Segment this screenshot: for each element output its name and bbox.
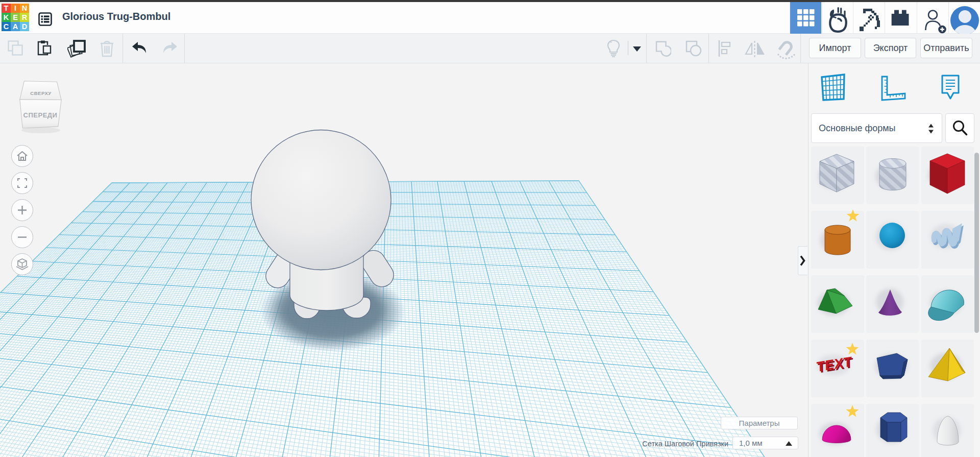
svg-text:СВЕРХУ: СВЕРХУ	[30, 90, 51, 96]
svg-text:СПЕРЕДИ: СПЕРЕДИ	[23, 111, 58, 119]
